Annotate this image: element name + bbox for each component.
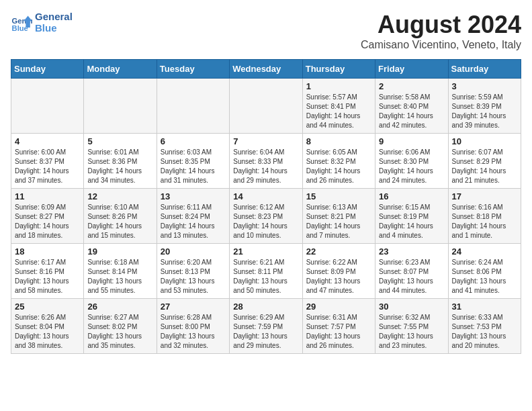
- day-info: Sunrise: 6:17 AM Sunset: 8:16 PM Dayligh…: [15, 258, 80, 295]
- main-title: August 2024: [361, 11, 521, 39]
- calendar-week-row: 11Sunrise: 6:09 AM Sunset: 8:27 PM Dayli…: [11, 189, 521, 244]
- title-block: August 2024 Camisano Vicentino, Veneto, …: [361, 11, 521, 51]
- day-number: 17: [452, 191, 517, 201]
- day-info: Sunrise: 5:58 AM Sunset: 8:40 PM Dayligh…: [379, 93, 444, 130]
- day-number: 15: [306, 191, 371, 201]
- day-number: 5: [87, 136, 152, 146]
- page-header: General Blue General Blue August 2024 Ca…: [11, 11, 521, 51]
- calendar-cell: 1Sunrise: 5:57 AM Sunset: 8:41 PM Daylig…: [302, 79, 375, 134]
- svg-text:Blue: Blue: [12, 24, 28, 32]
- weekday-header-cell: Thursday: [302, 60, 375, 79]
- calendar-cell: [230, 79, 302, 134]
- day-number: 27: [161, 302, 226, 312]
- day-info: Sunrise: 6:13 AM Sunset: 8:21 PM Dayligh…: [306, 203, 371, 240]
- calendar-body: 1Sunrise: 5:57 AM Sunset: 8:41 PM Daylig…: [11, 79, 521, 354]
- calendar-cell: 6Sunrise: 6:03 AM Sunset: 8:35 PM Daylig…: [157, 134, 229, 189]
- day-info: Sunrise: 6:12 AM Sunset: 8:23 PM Dayligh…: [233, 203, 298, 240]
- day-info: Sunrise: 6:33 AM Sunset: 7:53 PM Dayligh…: [452, 313, 517, 351]
- day-info: Sunrise: 6:16 AM Sunset: 8:18 PM Dayligh…: [452, 203, 517, 240]
- calendar-cell: 23Sunrise: 6:23 AM Sunset: 8:07 PM Dayli…: [375, 244, 448, 299]
- day-info: Sunrise: 6:28 AM Sunset: 8:00 PM Dayligh…: [161, 313, 226, 351]
- day-number: 29: [306, 302, 371, 312]
- weekday-header-cell: Monday: [84, 60, 157, 79]
- day-number: 30: [379, 302, 444, 312]
- calendar-cell: 5Sunrise: 6:01 AM Sunset: 8:36 PM Daylig…: [84, 134, 157, 189]
- day-number: 22: [306, 246, 371, 257]
- day-info: Sunrise: 6:09 AM Sunset: 8:27 PM Dayligh…: [15, 203, 80, 240]
- day-number: 9: [379, 136, 444, 146]
- calendar-cell: 21Sunrise: 6:21 AM Sunset: 8:11 PM Dayli…: [230, 244, 302, 299]
- calendar-week-row: 4Sunrise: 6:00 AM Sunset: 8:37 PM Daylig…: [11, 134, 521, 189]
- day-number: 16: [379, 191, 444, 201]
- calendar-cell: 17Sunrise: 6:16 AM Sunset: 8:18 PM Dayli…: [448, 189, 521, 244]
- calendar-cell: 31Sunrise: 6:33 AM Sunset: 7:53 PM Dayli…: [448, 299, 521, 354]
- day-info: Sunrise: 5:57 AM Sunset: 8:41 PM Dayligh…: [306, 93, 371, 130]
- day-number: 20: [161, 246, 226, 257]
- day-number: 2: [379, 81, 444, 91]
- day-number: 4: [15, 136, 80, 146]
- weekday-header-cell: Friday: [375, 60, 448, 79]
- logo: General Blue General Blue: [11, 11, 73, 34]
- day-number: 11: [15, 191, 80, 201]
- day-number: 12: [87, 191, 152, 201]
- day-info: Sunrise: 6:05 AM Sunset: 8:32 PM Dayligh…: [306, 148, 371, 185]
- logo-line2: Blue: [35, 22, 73, 34]
- day-info: Sunrise: 6:15 AM Sunset: 8:19 PM Dayligh…: [379, 203, 444, 240]
- day-info: Sunrise: 6:07 AM Sunset: 8:29 PM Dayligh…: [452, 148, 517, 185]
- calendar-cell: 20Sunrise: 6:20 AM Sunset: 8:13 PM Dayli…: [157, 244, 229, 299]
- day-info: Sunrise: 6:06 AM Sunset: 8:30 PM Dayligh…: [379, 148, 444, 185]
- calendar-cell: 25Sunrise: 6:26 AM Sunset: 8:04 PM Dayli…: [11, 299, 84, 354]
- calendar-cell: 19Sunrise: 6:18 AM Sunset: 8:14 PM Dayli…: [84, 244, 157, 299]
- day-number: 24: [452, 246, 517, 257]
- day-number: 1: [306, 81, 371, 91]
- day-number: 25: [15, 302, 80, 312]
- day-info: Sunrise: 6:20 AM Sunset: 8:13 PM Dayligh…: [161, 258, 226, 295]
- calendar-cell: 22Sunrise: 6:22 AM Sunset: 8:09 PM Dayli…: [302, 244, 375, 299]
- calendar-cell: 18Sunrise: 6:17 AM Sunset: 8:16 PM Dayli…: [11, 244, 84, 299]
- day-number: 7: [233, 136, 298, 146]
- calendar-cell: 26Sunrise: 6:27 AM Sunset: 8:02 PM Dayli…: [84, 299, 157, 354]
- day-number: 26: [87, 302, 152, 312]
- logo-icon: General Blue: [11, 11, 32, 33]
- calendar-cell: 8Sunrise: 6:05 AM Sunset: 8:32 PM Daylig…: [302, 134, 375, 189]
- calendar-week-row: 25Sunrise: 6:26 AM Sunset: 8:04 PM Dayli…: [11, 299, 521, 354]
- day-number: 6: [161, 136, 226, 146]
- calendar-week-row: 18Sunrise: 6:17 AM Sunset: 8:16 PM Dayli…: [11, 244, 521, 299]
- day-number: 18: [15, 246, 80, 257]
- calendar-cell: 15Sunrise: 6:13 AM Sunset: 8:21 PM Dayli…: [302, 189, 375, 244]
- day-info: Sunrise: 6:29 AM Sunset: 7:59 PM Dayligh…: [233, 313, 298, 351]
- logo-line1: General: [35, 11, 73, 22]
- day-info: Sunrise: 6:11 AM Sunset: 8:24 PM Dayligh…: [161, 203, 226, 240]
- calendar-cell: [11, 79, 84, 134]
- day-number: 19: [87, 246, 152, 257]
- day-number: 28: [233, 302, 298, 312]
- calendar-cell: 28Sunrise: 6:29 AM Sunset: 7:59 PM Dayli…: [230, 299, 302, 354]
- day-info: Sunrise: 6:21 AM Sunset: 8:11 PM Dayligh…: [233, 258, 298, 295]
- day-info: Sunrise: 6:03 AM Sunset: 8:35 PM Dayligh…: [161, 148, 226, 185]
- calendar-cell: 24Sunrise: 6:24 AM Sunset: 8:06 PM Dayli…: [448, 244, 521, 299]
- weekday-header-cell: Sunday: [11, 60, 84, 79]
- calendar-cell: 2Sunrise: 5:58 AM Sunset: 8:40 PM Daylig…: [375, 79, 448, 134]
- weekday-header-cell: Tuesday: [157, 60, 229, 79]
- calendar-cell: 7Sunrise: 6:04 AM Sunset: 8:33 PM Daylig…: [230, 134, 302, 189]
- day-info: Sunrise: 6:22 AM Sunset: 8:09 PM Dayligh…: [306, 258, 371, 295]
- day-number: 10: [452, 136, 517, 146]
- day-info: Sunrise: 6:23 AM Sunset: 8:07 PM Dayligh…: [379, 258, 444, 295]
- subtitle: Camisano Vicentino, Veneto, Italy: [361, 39, 521, 51]
- day-number: 13: [161, 191, 226, 201]
- calendar-cell: 30Sunrise: 6:32 AM Sunset: 7:55 PM Dayli…: [375, 299, 448, 354]
- day-info: Sunrise: 6:26 AM Sunset: 8:04 PM Dayligh…: [15, 313, 80, 351]
- weekday-header-row: SundayMondayTuesdayWednesdayThursdayFrid…: [11, 60, 521, 79]
- calendar-table: SundayMondayTuesdayWednesdayThursdayFrid…: [11, 59, 521, 354]
- calendar-cell: 10Sunrise: 6:07 AM Sunset: 8:29 PM Dayli…: [448, 134, 521, 189]
- weekday-header-cell: Wednesday: [230, 60, 302, 79]
- day-number: 21: [233, 246, 298, 257]
- day-info: Sunrise: 6:24 AM Sunset: 8:06 PM Dayligh…: [452, 258, 517, 295]
- calendar-cell: 29Sunrise: 6:31 AM Sunset: 7:57 PM Dayli…: [302, 299, 375, 354]
- day-info: Sunrise: 6:01 AM Sunset: 8:36 PM Dayligh…: [87, 148, 152, 185]
- calendar-cell: 13Sunrise: 6:11 AM Sunset: 8:24 PM Dayli…: [157, 189, 229, 244]
- day-number: 31: [452, 302, 517, 312]
- weekday-header-cell: Saturday: [448, 60, 521, 79]
- day-info: Sunrise: 6:31 AM Sunset: 7:57 PM Dayligh…: [306, 313, 371, 351]
- calendar-cell: 27Sunrise: 6:28 AM Sunset: 8:00 PM Dayli…: [157, 299, 229, 354]
